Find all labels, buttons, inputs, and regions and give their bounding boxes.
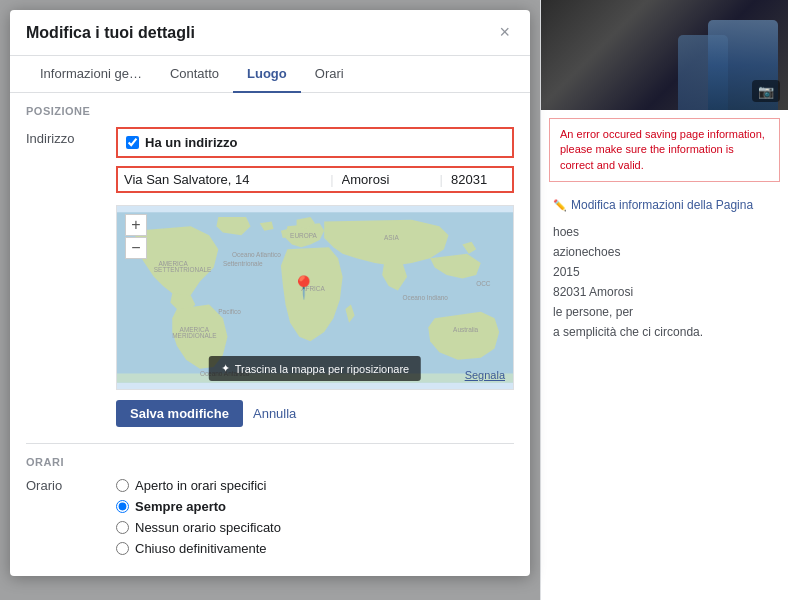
svg-text:EUROPA: EUROPA: [290, 232, 317, 239]
info-item-3: 2015: [553, 262, 776, 282]
pencil-icon: ✏️: [553, 199, 567, 212]
map-pin: 📍: [290, 275, 317, 301]
tab-contatto[interactable]: Contatto: [156, 56, 233, 93]
orari-section-title: Orari: [26, 456, 514, 468]
street-input[interactable]: [124, 172, 322, 187]
error-banner: An error occured saving page information…: [549, 118, 780, 182]
edit-page-link[interactable]: ✏️ Modifica informazioni della Pagina: [553, 198, 776, 212]
radio-option-specifici[interactable]: Aperto in orari specifici: [116, 478, 281, 493]
zip-input[interactable]: [451, 172, 506, 187]
tab-luogo[interactable]: Luogo: [233, 56, 301, 93]
info-item-6: a semplicità che ci circonda.: [553, 322, 776, 342]
drag-icon: ✦: [221, 362, 230, 375]
svg-text:Australia: Australia: [453, 326, 478, 333]
has-address-row: Ha un indirizzo: [116, 127, 514, 158]
radio-option-sempre[interactable]: Sempre aperto: [116, 499, 281, 514]
info-item-4: 82031 Amorosi: [553, 282, 776, 302]
tab-orari[interactable]: Orari: [301, 56, 358, 93]
has-address-checkbox[interactable]: [126, 136, 139, 149]
svg-text:Pacifico: Pacifico: [218, 308, 241, 315]
svg-text:Oceano Atlantico: Oceano Atlantico: [232, 251, 281, 258]
modal-title: Modifica i tuoi dettagli: [26, 24, 195, 42]
address-row: Indirizzo Ha un indirizzo | |: [26, 127, 514, 193]
action-row: Salva modifiche Annulla: [116, 400, 514, 427]
orari-row: Orario Aperto in orari specifici Sempre …: [26, 478, 514, 556]
modal-body: POSIZIONE Indirizzo Ha un indirizzo | |: [10, 93, 530, 576]
info-item-5: le persone, per: [553, 302, 776, 322]
addr-divider-1: |: [330, 172, 333, 187]
has-address-label: Ha un indirizzo: [145, 135, 237, 150]
save-button[interactable]: Salva modifiche: [116, 400, 243, 427]
map-container[interactable]: AMERICA SETTENTRIONALE AMERICA MERIDIONA…: [116, 205, 514, 390]
map-drag-overlay: ✦ Trascina la mappa per riposizionare: [209, 356, 421, 381]
segnala-link[interactable]: Segnala: [465, 369, 505, 381]
map-zoom-controls: + −: [125, 214, 147, 259]
error-text: An error occured saving page information…: [560, 128, 765, 171]
orari-section: Orari Orario Aperto in orari specifici S…: [26, 443, 514, 556]
cover-photo: 📷: [541, 0, 788, 110]
radio-sempre[interactable]: [116, 500, 129, 513]
zoom-in-button[interactable]: +: [125, 214, 147, 236]
right-panel-content: ✏️ Modifica informazioni della Pagina ho…: [541, 190, 788, 350]
address-fields: | |: [116, 166, 514, 193]
radio-option-chiuso[interactable]: Chiuso definitivamente: [116, 541, 281, 556]
radio-nessuno[interactable]: [116, 521, 129, 534]
cancel-button[interactable]: Annulla: [253, 406, 296, 421]
radio-specifici-label: Aperto in orari specifici: [135, 478, 267, 493]
svg-text:MERIDIONALE: MERIDIONALE: [172, 332, 217, 339]
svg-text:Oceano Indiano: Oceano Indiano: [402, 294, 448, 301]
radio-chiuso[interactable]: [116, 542, 129, 555]
posizione-section-title: POSIZIONE: [26, 105, 514, 117]
zoom-out-button[interactable]: −: [125, 237, 147, 259]
indirizzo-label: Indirizzo: [26, 127, 116, 146]
svg-text:SETTENTRIONALE: SETTENTRIONALE: [154, 266, 212, 273]
camera-icon-wrapper[interactable]: 📷: [752, 80, 780, 102]
orario-label: Orario: [26, 478, 116, 493]
modal-header: Modifica i tuoi dettagli ×: [10, 10, 530, 56]
edit-link-text: Modifica informazioni della Pagina: [571, 198, 753, 212]
radio-specifici[interactable]: [116, 479, 129, 492]
radio-options: Aperto in orari specifici Sempre aperto …: [116, 478, 281, 556]
radio-sempre-label: Sempre aperto: [135, 499, 226, 514]
drag-label: Trascina la mappa per riposizionare: [235, 363, 409, 375]
camera-icon: 📷: [758, 84, 774, 99]
svg-text:Settentrionale: Settentrionale: [223, 260, 263, 267]
radio-option-nessuno[interactable]: Nessun orario specificato: [116, 520, 281, 535]
city-input[interactable]: [342, 172, 432, 187]
addr-divider-2: |: [440, 172, 443, 187]
modal-dialog: Modifica i tuoi dettagli × Informazioni …: [10, 10, 530, 576]
svg-text:ASIA: ASIA: [384, 234, 399, 241]
modal-close-button[interactable]: ×: [495, 22, 514, 43]
info-item-1: hoes: [553, 222, 776, 242]
radio-nessuno-label: Nessun orario specificato: [135, 520, 281, 535]
address-inputs: Ha un indirizzo | |: [116, 127, 514, 193]
tab-info[interactable]: Informazioni ge…: [26, 56, 156, 93]
radio-chiuso-label: Chiuso definitivamente: [135, 541, 267, 556]
right-panel: 📷 An error occured saving page informati…: [540, 0, 788, 600]
svg-text:OCC: OCC: [476, 280, 491, 287]
info-item-2: azionechoes: [553, 242, 776, 262]
modal-tabs: Informazioni ge… Contatto Luogo Orari: [10, 56, 530, 93]
